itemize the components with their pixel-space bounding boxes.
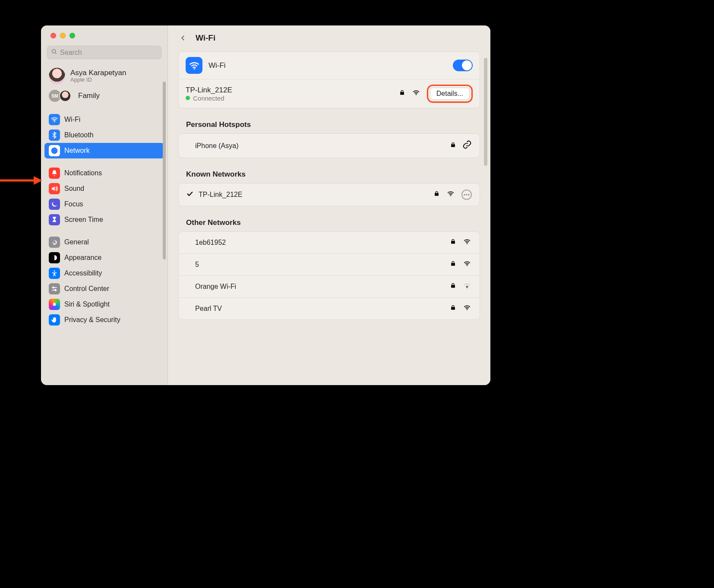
- sidebar-item-siri[interactable]: Siri & Spotlight: [44, 297, 164, 312]
- more-button[interactable]: [461, 190, 472, 200]
- profile-name: Asya Karapetyan: [70, 69, 126, 77]
- sidebar-item-network[interactable]: Network: [44, 143, 164, 158]
- section-title-hotspots: Personal Hotspots: [186, 120, 480, 129]
- sidebar-item-label: Appearance: [64, 254, 101, 262]
- family-row[interactable]: SM Family: [44, 87, 164, 105]
- search-input[interactable]: [57, 48, 158, 57]
- svg-point-9: [53, 287, 54, 288]
- other-label: 1eb61952: [195, 239, 226, 247]
- connected-network-row[interactable]: TP-Link_212E Connected: [179, 79, 480, 108]
- known-list: TP-Link_212E: [178, 183, 480, 206]
- page-title: Wi-Fi: [196, 33, 215, 43]
- back-button[interactable]: [178, 33, 188, 43]
- sidebar-item-general[interactable]: General: [44, 234, 164, 250]
- sidebar-item-focus[interactable]: Focus: [44, 196, 164, 212]
- wifi-icon: [49, 114, 60, 125]
- svg-point-21: [467, 288, 468, 288]
- svg-point-20: [467, 266, 468, 266]
- hotspot-link-icon: [462, 140, 472, 152]
- content: Wi-Fi TP-Link_212E Connected: [168, 43, 490, 377]
- minimize-window-button[interactable]: [60, 33, 66, 38]
- other-row[interactable]: Orange Wi-Fi: [179, 276, 480, 298]
- zoom-window-button[interactable]: [70, 33, 75, 38]
- close-window-button[interactable]: [51, 33, 56, 38]
- svg-point-14: [416, 95, 417, 95]
- details-highlight: Details...: [427, 85, 473, 103]
- svg-point-12: [53, 303, 56, 306]
- svg-point-19: [467, 243, 468, 244]
- sidebar-item-controlcenter[interactable]: Control Center: [44, 281, 164, 297]
- other-row[interactable]: Pearl TV: [179, 298, 480, 319]
- callout-arrow: [0, 175, 43, 186]
- svg-point-16: [464, 194, 465, 195]
- svg-point-2: [52, 49, 56, 53]
- lock-icon: [433, 190, 440, 199]
- sidebar-scrollbar[interactable]: [163, 82, 166, 259]
- wifi-toggle[interactable]: [453, 60, 473, 71]
- svg-point-7: [54, 270, 55, 272]
- sidebar-item-label: Focus: [64, 200, 83, 208]
- sidebar-item-label: Wi-Fi: [64, 116, 80, 123]
- other-row[interactable]: 5: [179, 254, 480, 276]
- window-controls: [41, 33, 167, 38]
- connected-status: Connected: [193, 95, 224, 102]
- other-label: Orange Wi-Fi: [195, 283, 236, 291]
- lock-icon: [399, 89, 405, 98]
- hotspot-row[interactable]: iPhone (Asya): [179, 134, 480, 158]
- moon-icon: [49, 199, 60, 210]
- sidebar-item-label: Sound: [64, 185, 84, 193]
- accessibility-icon: [49, 268, 60, 279]
- apple-id-row[interactable]: Asya Karapetyan Apple ID: [44, 65, 164, 87]
- sidebar-item-screentime[interactable]: Screen Time: [44, 212, 164, 228]
- other-row[interactable]: 1eb61952: [179, 232, 480, 254]
- svg-point-13: [193, 68, 195, 70]
- svg-point-11: [55, 289, 56, 291]
- sidebar-item-accessibility[interactable]: Accessibility: [44, 266, 164, 281]
- lock-icon: [450, 282, 456, 291]
- wifi-large-icon: [186, 57, 202, 74]
- connected-network-name: TP-Link_212E: [186, 86, 232, 95]
- lock-icon: [450, 238, 456, 247]
- wifi-card: Wi-Fi TP-Link_212E Connected: [178, 51, 480, 108]
- hotspots-list: iPhone (Asya): [178, 133, 480, 158]
- sidebar-item-wifi[interactable]: Wi-Fi: [44, 112, 164, 127]
- sidebar-item-label: Notifications: [64, 169, 102, 177]
- gear-icon: [49, 237, 60, 248]
- signal-icon: [462, 260, 472, 269]
- signal-icon: [411, 89, 421, 98]
- wifi-label: Wi-Fi: [209, 61, 226, 70]
- sidebar-item-privacy[interactable]: Privacy & Security: [44, 312, 164, 328]
- svg-point-4: [54, 121, 55, 122]
- section-title-other: Other Networks: [186, 218, 480, 227]
- signal-icon: [446, 190, 455, 199]
- settings-window: Asya Karapetyan Apple ID SM Family Wi-Fi: [41, 25, 490, 385]
- sidebar-scroll: Asya Karapetyan Apple ID SM Family Wi-Fi: [41, 65, 167, 385]
- sidebar-item-appearance[interactable]: Appearance: [44, 250, 164, 266]
- known-label: TP-Link_212E: [199, 191, 242, 199]
- sidebar-item-notifications[interactable]: Notifications: [44, 165, 164, 181]
- section-title-known: Known Networks: [186, 170, 480, 179]
- details-button[interactable]: Details...: [430, 88, 470, 100]
- lock-icon: [450, 141, 456, 151]
- sidebar-item-bluetooth[interactable]: Bluetooth: [44, 127, 164, 143]
- sliders-icon: [49, 283, 60, 294]
- other-label: 5: [195, 261, 199, 269]
- search-field[interactable]: [47, 46, 161, 59]
- other-label: Pearl TV: [195, 305, 222, 313]
- sidebar-item-sound[interactable]: Sound: [44, 181, 164, 196]
- sidebar-item-label: Bluetooth: [64, 131, 94, 139]
- appearance-icon: [49, 252, 60, 263]
- content-scrollbar[interactable]: [484, 58, 487, 166]
- status-dot: [186, 96, 190, 100]
- family-avatar: [59, 90, 71, 102]
- lock-icon: [450, 260, 456, 269]
- known-row[interactable]: TP-Link_212E: [179, 183, 480, 206]
- svg-marker-1: [34, 176, 42, 185]
- svg-point-17: [466, 194, 467, 195]
- signal-icon: [462, 238, 472, 247]
- sidebar-item-label: Control Center: [64, 285, 109, 293]
- hand-icon: [49, 314, 60, 326]
- avatar: [49, 68, 65, 84]
- globe-icon: [49, 145, 60, 156]
- sidebar-item-label: Screen Time: [64, 216, 103, 224]
